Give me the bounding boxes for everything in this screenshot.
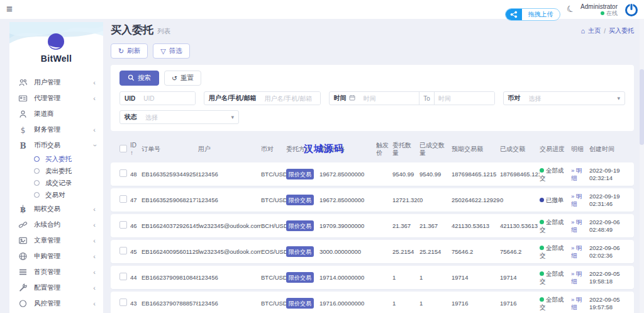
topbar-right: 拖拽上传 ☾ Administrator 在线: [505, 1, 639, 21]
sidebar-subitem-3[interactable]: 交易对: [9, 189, 103, 201]
chevron-icon: ‹: [93, 205, 96, 213]
sidebar-item-9[interactable]: 首页管理 ‹: [9, 264, 103, 280]
row-checkbox[interactable]: [119, 195, 127, 203]
refresh-icon: ↻: [118, 47, 124, 55]
cell-filled-amount: 421130.53613: [500, 222, 540, 230]
breadcrumb-separator: /: [604, 28, 606, 35]
sidebar-item-11[interactable]: 风控管理 ‹: [9, 295, 103, 311]
progress-dot-icon: [540, 297, 544, 302]
sidebar-item-10[interactable]: 配置管理 ‹: [9, 280, 103, 295]
time-from-input[interactable]: [360, 92, 419, 105]
breadcrumb-home[interactable]: 主页: [588, 26, 601, 35]
sidebar-item-7[interactable]: 文章管理 ‹: [9, 232, 103, 248]
sidebar-item-4[interactable]: B 币币交易 ‹: [9, 137, 103, 153]
row-checkbox[interactable]: [119, 221, 127, 229]
detail-link[interactable]: » 明细: [571, 219, 582, 233]
share-nodes-icon: [506, 8, 522, 21]
svg-text:B: B: [19, 141, 26, 150]
caret-down-icon: ▾: [613, 92, 625, 105]
cell-order-no: EB1663525906821779: [142, 196, 198, 204]
cell-expected-amount: 19716: [452, 300, 500, 307]
header-id[interactable]: ID ↑: [130, 142, 142, 157]
cell-qty: 21.367: [392, 222, 419, 230]
breadcrumb-current[interactable]: 买入委托: [609, 26, 634, 35]
uid-input[interactable]: [140, 92, 195, 105]
online-dot-icon: [601, 11, 604, 15]
time-to-label: To: [419, 92, 435, 105]
detail-link[interactable]: » 明细: [571, 193, 582, 207]
drag-upload-button[interactable]: 拖拽上传: [505, 8, 560, 21]
sidebar-subitem-1[interactable]: 卖出委托: [9, 165, 103, 177]
cell-order-no: EB1663525934492589: [142, 171, 198, 178]
chevron-icon: ‹: [93, 221, 96, 229]
detail-link[interactable]: » 明细: [571, 270, 582, 285]
brand-zone: BitWell: [9, 22, 103, 69]
radio-circle-icon: [34, 180, 40, 186]
sidebar-item-1[interactable]: 代理管理 ‹: [9, 90, 103, 106]
row-checkbox[interactable]: [119, 169, 127, 177]
cell-id: 46: [130, 222, 142, 230]
sidebar-subitem-0[interactable]: 买入委托: [9, 153, 103, 165]
status-select[interactable]: [142, 111, 226, 123]
chevron-icon: ‹: [93, 237, 96, 244]
uid-label: UID: [120, 92, 140, 105]
pair-filter-group[interactable]: 币对 ▾: [503, 91, 625, 105]
sidebar-subitem-2[interactable]: 成交记录: [9, 177, 103, 189]
status-filter-group[interactable]: 状态 ▾: [119, 110, 239, 124]
row-checkbox[interactable]: [119, 247, 127, 254]
detail-link[interactable]: » 明细: [571, 244, 582, 259]
time-label: 时间: [334, 94, 347, 103]
row-checkbox[interactable]: [119, 299, 127, 306]
table-row: 47 EB1663525906821779 123456 BTC/USDT 限价…: [111, 188, 634, 212]
row-checkbox[interactable]: [119, 273, 127, 280]
hamburger-menu-icon[interactable]: ≡: [6, 2, 13, 17]
cell-filled-amount: 75646.2: [500, 248, 540, 256]
table-row: 44 EB1662379098108481 123456 BTC/USDT 限价…: [111, 266, 634, 289]
cell-pair: BCH/USDT: [261, 222, 286, 230]
cell-price: 19672.85000000: [319, 171, 376, 178]
sidebar-item-5[interactable]: B 期权交易 ‹: [9, 201, 103, 217]
cell-price: 19716.00000000: [319, 300, 376, 307]
reset-icon: ↺: [172, 74, 177, 82]
cell-created: 2022-09-06 02:02:36: [589, 244, 638, 259]
detail-link[interactable]: » 明细: [571, 167, 582, 181]
admin-info[interactable]: Administrator 在线: [580, 3, 618, 17]
detail-link[interactable]: » 明细: [571, 296, 582, 310]
scrollbar-thumb[interactable]: [640, 69, 644, 145]
reset-button[interactable]: ↺ 重置: [164, 71, 201, 86]
cell-price: 3000.00000000: [319, 248, 376, 256]
sidebar-item-6[interactable]: 永续合约 ‹: [9, 217, 103, 232]
main-content: 买入委托列表 ⌂ 主页 / 买入委托 ↻ 刷新 ▽ 筛选 搜索: [111, 23, 634, 313]
sidebar-item-0[interactable]: 用户管理 ‹: [9, 74, 103, 90]
radio-circle-icon: [34, 192, 40, 198]
sidebar-item-8[interactable]: 申购管理 ‹: [9, 248, 103, 264]
cell-progress: 全部成交: [540, 296, 571, 311]
select-all-checkbox[interactable]: [119, 145, 127, 152]
pair-select[interactable]: [525, 92, 613, 105]
dark-mode-moon-icon[interactable]: ☾: [565, 3, 576, 15]
table-row: 43 EB1662379078885781 123456 BTC/USDT 限价…: [111, 292, 634, 313]
cell-pair: BTC/USDT: [261, 274, 286, 282]
cell-created: 2022-09-19 02:31:46: [589, 193, 638, 208]
search-button[interactable]: 搜索: [119, 71, 159, 86]
chevron-icon: ‹: [93, 126, 96, 134]
header-filled-qty: 已成交数量: [419, 142, 452, 157]
scrollbar-track[interactable]: [640, 19, 644, 313]
username-label: 用户名/手机/邮箱: [204, 92, 261, 105]
method-badge: 限价交易: [286, 298, 314, 309]
time-to-input[interactable]: [435, 92, 494, 105]
cell-id: 44: [130, 274, 142, 282]
refresh-button[interactable]: ↻ 刷新: [111, 43, 148, 59]
filter-button[interactable]: ▽ 筛选: [153, 43, 189, 59]
username-input[interactable]: [261, 92, 320, 105]
table-row: 45 EB1662400956011296 lw232345@outlook.c…: [111, 240, 634, 263]
header-pair: 币对: [261, 145, 286, 153]
logout-power-icon[interactable]: [624, 3, 639, 20]
sidebar-item-2[interactable]: 渠道商 ‹: [9, 106, 103, 122]
cell-qty: 1: [392, 274, 419, 282]
sidebar-item-3[interactable]: $ 财务管理 ‹: [9, 122, 103, 137]
svg-text:$: $: [21, 125, 26, 134]
topbar: ≡ 拖拽上传 ☾ Administrator 在线: [0, 0, 644, 19]
baht-icon: B: [18, 204, 28, 213]
cell-pair: BTC/USDT: [261, 196, 286, 204]
